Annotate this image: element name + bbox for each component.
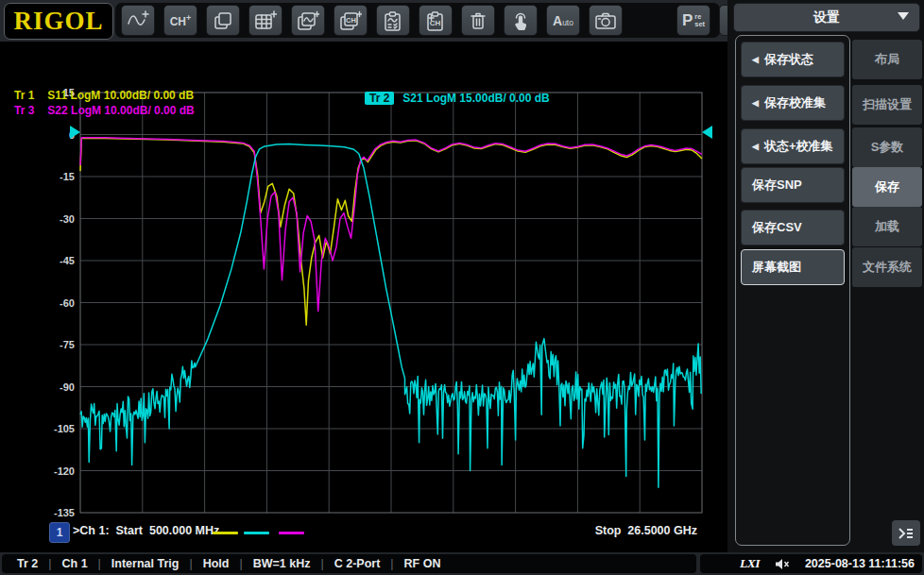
collapse-menu-button[interactable] — [892, 520, 920, 546]
trace-badge[interactable]: Tr 3 — [9, 104, 39, 117]
submenu-item-2[interactable]: ◀状态+校准集 — [741, 128, 845, 164]
trace-format-text: S11 LogM 10.00dB/ 0.00 dB — [47, 89, 194, 102]
status-separator: | — [320, 557, 323, 570]
submenu-item-label: 保存状态 — [764, 51, 813, 68]
status-item: Internal Trig — [111, 557, 180, 570]
submenu-item-label: 保存CSV — [752, 219, 802, 236]
screenshot-button[interactable] — [589, 5, 623, 36]
trace-format-text: S21 LogM 15.00dB/ 0.00 dB — [402, 92, 549, 105]
channel-stop-label[interactable]: Stop 26.5000 GHz — [595, 524, 697, 537]
submenu-item-5[interactable]: 屏幕截图 — [741, 249, 845, 285]
window-trace-add-icon — [297, 10, 319, 31]
status-separator: | — [48, 557, 51, 570]
y-axis-tick: -60 — [60, 297, 75, 309]
tab-布局[interactable]: 布局 — [852, 40, 922, 79]
submenu-panel: ◀保存状态◀保存校准集◀状态+校准集保存SNP保存CSV屏幕截图 — [735, 35, 850, 546]
submenu-arrow-icon: ◀ — [752, 142, 759, 151]
submenu-item-label: 屏幕截图 — [752, 259, 801, 276]
status-separator: | — [239, 557, 242, 570]
chevron-down-icon — [898, 12, 909, 20]
speaker-muted-icon — [775, 558, 790, 570]
camera-icon — [594, 10, 617, 31]
status-item: RF ON — [404, 557, 441, 570]
channel-start-label[interactable]: >Ch 1: Start 500.000 MHz — [73, 524, 219, 537]
tab-扫描设置[interactable]: 扫描设置 — [852, 85, 922, 125]
submenu-item-label: 保存校准集 — [764, 94, 826, 111]
trash-icon — [468, 10, 488, 31]
paste-channel-button[interactable]: CH — [419, 5, 453, 36]
trace-add-icon — [127, 10, 149, 31]
trace-swatch — [279, 532, 304, 534]
submenu-item-label: 保存SNP — [752, 177, 802, 194]
preset-button[interactable]: Preset — [676, 5, 710, 36]
submenu-item-label: 状态+校准集 — [764, 138, 833, 155]
y-axis-tick: -15 — [60, 171, 75, 182]
y-axis-tick: -135 — [54, 507, 75, 518]
y-axis-tick: -90 — [60, 381, 75, 393]
submenu-item-1[interactable]: ◀保存校准集 — [741, 85, 845, 121]
submenu-item-0[interactable]: ◀保存状态 — [741, 42, 845, 77]
submenu-item-3[interactable]: 保存SNP — [741, 167, 845, 203]
submenu-arrow-icon: ◀ — [752, 55, 759, 64]
status-separator: | — [189, 557, 192, 570]
status-item: Hold — [203, 557, 230, 570]
clipboard-trace-icon — [383, 10, 403, 31]
add-table-button[interactable] — [248, 5, 282, 36]
trace-label-tr2[interactable]: Tr 2S21 LogM 15.00dB/ 0.00 dB — [365, 92, 550, 105]
toolbar-buttons: CH+CHCHAutoPreset? — [115, 3, 720, 38]
status-item: Ch 1 — [62, 557, 88, 570]
ref-level-marker-right[interactable] — [702, 126, 712, 139]
vna-screen: RIGOL CH+CHCHAutoPreset? 设置 ◀保存状态◀保存校准集◀… — [0, 0, 924, 575]
submenu-item-4[interactable]: 保存CSV — [741, 210, 845, 245]
tab-文件系统[interactable]: 文件系统 — [852, 247, 922, 287]
status-bar: Tr 2|Ch 1|Internal Trig|Hold|BW=1 kHz|C … — [0, 552, 924, 575]
trace-swatch — [244, 532, 269, 534]
sidebar: 设置 ◀保存状态◀保存校准集◀状态+校准集保存SNP保存CSV屏幕截图 布局扫描… — [727, 0, 924, 552]
trace-badge[interactable]: Tr 1 — [9, 89, 39, 102]
datetime: 2025-08-13 11:11:56 — [805, 557, 915, 570]
submenu-arrow-icon: ◀ — [752, 98, 759, 108]
copy-channel-button[interactable]: CH — [334, 5, 368, 36]
status-separator: | — [98, 557, 101, 570]
trace-label-tr3[interactable]: Tr 3S22 LogM 10.00dB/ 0.00 dB — [9, 104, 195, 117]
rigol-logo: RIGOL — [13, 7, 103, 36]
windows-stack-icon — [213, 10, 233, 31]
channel-badge[interactable]: 1 — [49, 522, 70, 543]
settings-menu-button[interactable]: 设置 — [733, 3, 920, 32]
delete-button[interactable] — [461, 5, 495, 36]
window-stack-button[interactable] — [206, 5, 240, 36]
tab-S参数[interactable]: S参数 — [852, 127, 922, 167]
status-right: LXI 2025-08-13 11:11:56 — [700, 554, 922, 573]
tab-加载[interactable]: 加载 — [852, 207, 922, 246]
channel-add-icon: CH+ — [170, 13, 192, 28]
y-axis-tick: -45 — [60, 255, 75, 266]
trace-label-tr1[interactable]: Tr 1S11 LogM 10.00dB/ 0.00 dB — [9, 89, 194, 102]
table-add-icon — [254, 10, 277, 31]
collapse-menu-icon — [898, 527, 915, 540]
settings-menu-label: 设置 — [813, 9, 840, 26]
preset-icon: Preset — [682, 11, 705, 30]
add-channel-button[interactable]: CH+ — [163, 5, 197, 36]
paste-trace-button[interactable] — [376, 5, 410, 36]
copy-trace-button[interactable] — [291, 5, 325, 36]
trace-swatch — [213, 532, 238, 534]
ref-level-marker-left[interactable] — [70, 126, 80, 139]
y-axis-tick: -75 — [60, 339, 75, 350]
add-trace-button[interactable] — [121, 5, 155, 36]
trace-format-text: S22 LogM 10.00dB/ 0.00 dB — [47, 104, 194, 117]
svg-text:CH: CH — [346, 15, 356, 24]
logo-box: RIGOL — [4, 3, 113, 40]
status-item: C 2-Port — [334, 557, 381, 570]
clipboard-channel-icon: CH — [425, 10, 446, 31]
auto-scale-button[interactable]: Auto — [546, 5, 580, 36]
status-separator: | — [390, 557, 393, 570]
y-axis-tick: -30 — [60, 213, 75, 225]
tab-保存[interactable]: 保存 — [852, 167, 922, 207]
touch-icon — [510, 10, 531, 31]
touch-button[interactable] — [504, 5, 538, 36]
y-axis-tick: -105 — [54, 423, 75, 434]
plot-canvas[interactable]: 150-15-30-45-60-75-90-105-120-135 — [0, 42, 727, 552]
status-item: BW=1 kHz — [253, 557, 311, 570]
status-item: Tr 2 — [17, 557, 38, 570]
trace-badge[interactable]: Tr 2 — [365, 92, 394, 105]
